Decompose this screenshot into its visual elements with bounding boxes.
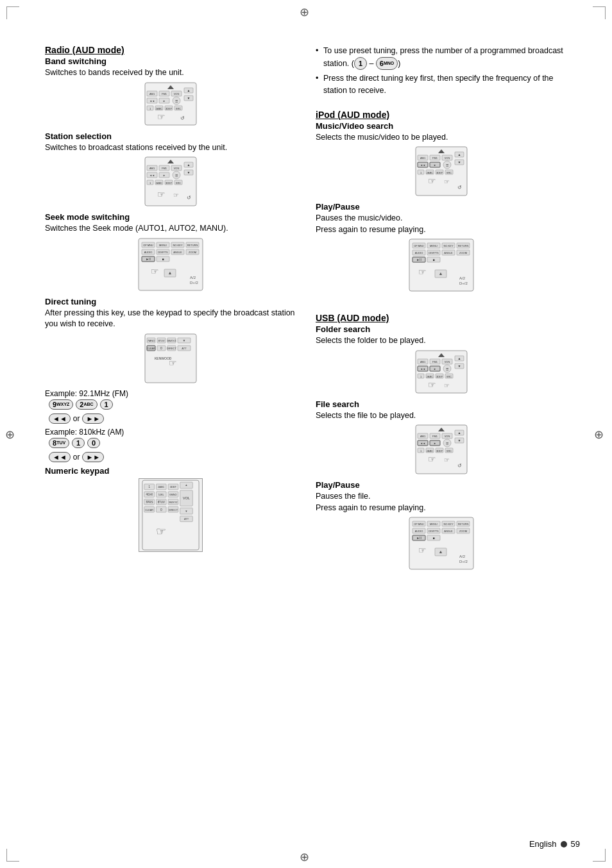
svg-text:FM1: FM1	[432, 156, 438, 160]
svg-text:AUDIO: AUDIO	[144, 251, 153, 254]
svg-text:7MNO: 7MNO	[148, 339, 155, 342]
svg-text:▲: ▲	[458, 153, 461, 156]
main-content: Radio (AUD mode) Band switching Switches…	[32, 26, 580, 594]
svg-text:2ABC: 2ABC	[158, 485, 164, 488]
numeric-keypad-svg: 1 2ABC 3DEF ▲ 4GHI 5JKL 6MNO	[139, 478, 203, 552]
file-search-text: Selects the file to be played.	[316, 410, 567, 422]
svg-text:ANGLE: ANGLE	[173, 251, 182, 254]
svg-text:▲: ▲	[439, 271, 443, 276]
svg-text:DIRECT: DIRECT	[169, 508, 178, 511]
file-search-remote: AM1 FM1 VON ▲ ◄◄ ► ☰ ▼	[316, 424, 567, 475]
play-pause-usb-remote-svg: OP.MNU MENU NO.KEY RETURN AUDIO DISP/TS …	[406, 516, 477, 571]
svg-text:DISP/TS: DISP/TS	[429, 530, 439, 533]
svg-text:7PRS: 7PRS	[146, 500, 153, 503]
svg-text:NO.KEY: NO.KEY	[443, 244, 453, 247]
svg-text:☞: ☞	[156, 525, 166, 538]
svg-text:▼: ▼	[185, 509, 187, 512]
footer-page-number: 59	[571, 839, 580, 849]
svg-text:▲: ▲	[458, 356, 461, 360]
svg-text:◄◄: ◄◄	[420, 442, 425, 445]
svg-text:A/2: A/2	[459, 555, 466, 558]
svg-text:☞: ☞	[418, 267, 427, 277]
svg-text:8TUV: 8TUV	[158, 339, 165, 342]
ipod-section: iPod (AUD mode) Music/Video search Selec…	[316, 110, 567, 298]
example-fm-or: ◄◄ or ►►	[49, 413, 296, 424]
bullet-1: To use preset tuning, press the number o…	[316, 45, 567, 70]
ipod-section-title: iPod (AUD mode)	[316, 110, 567, 120]
svg-text:RETURN: RETURN	[187, 244, 198, 247]
svg-text:VON: VON	[174, 167, 180, 170]
svg-text:☞: ☞	[444, 456, 450, 463]
svg-text:MENU: MENU	[159, 244, 167, 247]
music-video-text: Selects the music/video to be played.	[316, 132, 567, 144]
svg-text:AM1: AM1	[149, 167, 155, 170]
svg-text:↺: ↺	[187, 195, 191, 201]
btn-prev: ◄◄	[49, 413, 71, 424]
svg-text:5JKL: 5JKL	[158, 493, 165, 496]
file-search-remote-svg: AM1 FM1 VON ▲ ◄◄ ► ☰ ▼	[412, 424, 470, 475]
btn-6mno: 6MNO	[376, 57, 398, 71]
svg-text:▲: ▲	[187, 88, 191, 92]
svg-text:◄◄: ◄◄	[149, 99, 155, 103]
btn-2abc: 2ABC	[76, 399, 97, 410]
svg-text:▲: ▲	[168, 271, 173, 275]
svg-text:AM1: AM1	[420, 360, 426, 363]
svg-text:☞: ☞	[157, 112, 166, 122]
svg-text:2ABC: 2ABC	[427, 374, 434, 378]
svg-text:▼: ▼	[458, 160, 461, 164]
svg-text:NO.KEY: NO.KEY	[443, 522, 453, 526]
svg-text:ZOOM: ZOOM	[189, 251, 196, 254]
band-switching-remote-svg: AM1 FM1 VON ▲ ◄◄ ►	[142, 81, 200, 126]
svg-text:2ABC: 2ABC	[427, 449, 434, 453]
btn-8tuv: 8TUV	[49, 438, 69, 448]
corner-mark-br	[593, 849, 606, 862]
footer-dot	[561, 841, 567, 847]
svg-text:NO.KEY: NO.KEY	[173, 244, 182, 247]
station-selection-remote-svg: AM1 FM1 VON ▲ ◄◄ ► ☰ ▼	[142, 156, 200, 207]
svg-text:►II: ►II	[146, 257, 151, 261]
svg-text:DISP/TS: DISP/TS	[158, 251, 168, 254]
svg-text:↺: ↺	[457, 463, 462, 469]
svg-text:MENU: MENU	[430, 244, 438, 247]
folder-search-remote: AM1 FM1 VON ▲ ◄◄ ► ☰ ▼	[316, 349, 567, 394]
svg-text:3DEF: 3DEF	[436, 374, 443, 378]
reg-mark-bottom	[300, 850, 312, 863]
svg-text:2ABC: 2ABC	[156, 106, 163, 110]
svg-text:AUDIO: AUDIO	[415, 251, 423, 255]
btn-9wxyz: 9WXYZ	[49, 399, 73, 410]
svg-text:▼: ▼	[458, 438, 461, 442]
folder-search-remote-svg: AM1 FM1 VON ▲ ◄◄ ► ☰ ▼	[412, 349, 470, 394]
svg-text:FM1: FM1	[162, 167, 167, 170]
folder-search-title: Folder search	[316, 324, 567, 334]
radio-section-title: Radio (AUD mode)	[45, 45, 296, 55]
example-fm-buttons: 9WXYZ 2ABC 1	[49, 399, 296, 410]
numeric-keypad-title: Numeric keypad	[45, 466, 296, 476]
svg-text:▲: ▲	[458, 431, 461, 435]
svg-text:☞: ☞	[169, 358, 177, 368]
svg-text:FM1: FM1	[432, 435, 438, 438]
svg-text:SRC: SRC	[446, 449, 452, 453]
example-am-buttons: 8TUV 1 0	[49, 438, 296, 448]
svg-text:A/2: A/2	[190, 276, 196, 280]
numeric-keypad-remote: 1 2ABC 3DEF ▲ 4GHI 5JKL 6MNO	[45, 478, 296, 552]
play-pause-usb-text: Pauses the file.Press again to resume pl…	[316, 491, 567, 513]
svg-text:RETURN: RETURN	[458, 522, 469, 526]
bullet-points: To use preset tuning, press the number o…	[316, 45, 567, 99]
svg-text:▼: ▼	[458, 363, 461, 367]
example-fm-label: Example: 92.1MHz (FM)	[45, 389, 296, 398]
btn-next: ►►	[82, 413, 104, 424]
play-pause-ipod-title: Play/Pause	[316, 202, 567, 212]
svg-text:VON: VON	[445, 156, 450, 160]
svg-text:►: ►	[434, 442, 436, 445]
svg-text:■: ■	[162, 257, 164, 261]
svg-text:☞: ☞	[444, 382, 450, 389]
reg-mark-left	[5, 428, 18, 440]
svg-text:CLEAR: CLEAR	[147, 347, 155, 350]
svg-text:►II: ►II	[416, 258, 421, 262]
or-text-am: or	[73, 453, 80, 462]
file-search-title: File search	[316, 399, 567, 409]
svg-text:8TUV: 8TUV	[158, 500, 165, 503]
usb-section: USB (AUD mode) Folder search Selects the…	[316, 313, 567, 576]
svg-text:☞: ☞	[157, 189, 166, 199]
seek-mode-title: Seek mode switching	[45, 212, 296, 222]
